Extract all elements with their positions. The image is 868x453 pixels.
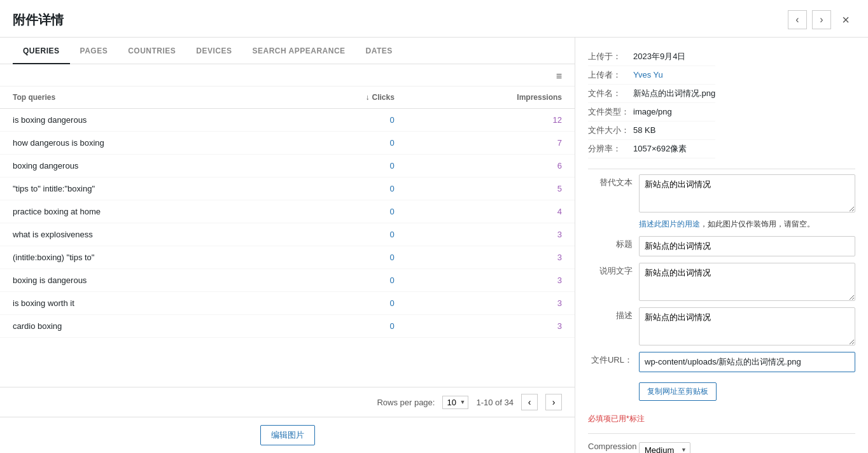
description-label: 描述 bbox=[588, 307, 639, 321]
edit-btn-row: 编辑图片 bbox=[0, 417, 575, 453]
table-row: cardio boxing 0 3 bbox=[0, 315, 575, 338]
query-cell: what is explosiveness bbox=[0, 223, 278, 246]
tab-dates[interactable]: DATES bbox=[356, 38, 403, 64]
page-info: 1-10 of 34 bbox=[476, 398, 514, 407]
resolution-label: 分辨率： bbox=[588, 140, 633, 158]
filename-label: 文件名： bbox=[588, 85, 633, 103]
table-row: boxing is dangerous 0 3 bbox=[0, 269, 575, 292]
query-cell: cardio boxing bbox=[0, 315, 278, 338]
compression-level-row: Compression Level Medium Low High bbox=[588, 439, 855, 453]
clicks-cell: 0 bbox=[278, 178, 407, 200]
table-row: is boxing worth it 0 3 bbox=[0, 292, 575, 315]
clicks-cell: 0 bbox=[278, 269, 407, 292]
title-label: 标题 bbox=[588, 236, 639, 250]
clicks-cell: 0 bbox=[278, 315, 407, 338]
next-nav-button[interactable]: › bbox=[812, 10, 831, 29]
uploader-link[interactable]: Yves Yu bbox=[633, 70, 663, 80]
column-header-clicks: ↓Clicks bbox=[278, 87, 407, 109]
meta-info: 上传于： 2023年9月4日 上传者： Yves Yu 文件名： 新站点的出词情… bbox=[588, 48, 855, 158]
tabs-bar: QUERIES PAGES COUNTRIES DEVICES SEARCH A… bbox=[0, 38, 575, 64]
compression-select[interactable]: Medium Low High bbox=[639, 442, 690, 454]
filetype-label: 文件类型： bbox=[588, 103, 633, 122]
alt-text-label: 替代文本 bbox=[588, 174, 639, 188]
query-cell: practice boxing at home bbox=[0, 200, 278, 223]
query-cell: how dangerous is boxing bbox=[0, 132, 278, 155]
impressions-cell: 7 bbox=[407, 132, 575, 155]
close-button[interactable]: × bbox=[836, 10, 855, 29]
impressions-cell: 3 bbox=[407, 292, 575, 315]
impressions-cell: 3 bbox=[407, 246, 575, 269]
upload-date-value: 2023年9月4日 bbox=[633, 48, 715, 66]
description-field-row: 描述 bbox=[588, 307, 855, 345]
url-field-row: 文件URL： bbox=[588, 352, 855, 372]
query-cell: (intitle:boxing) "tips to" bbox=[0, 246, 278, 269]
queries-table-container: Top queries ↓Clicks Impressions is boxin… bbox=[0, 87, 575, 387]
tab-pages[interactable]: PAGES bbox=[70, 38, 118, 64]
column-header-impressions: Impressions bbox=[407, 87, 575, 109]
clicks-cell: 0 bbox=[278, 109, 407, 132]
filesize-label: 文件大小： bbox=[588, 122, 633, 140]
impressions-cell: 3 bbox=[407, 223, 575, 246]
filter-icon[interactable]: ≡ bbox=[556, 71, 562, 82]
filetype-value: image/png bbox=[633, 103, 715, 122]
table-row: how dangerous is boxing 0 7 bbox=[0, 132, 575, 155]
alt-text-hint-link[interactable]: 描述此图片的用途 bbox=[639, 220, 700, 228]
left-panel: QUERIES PAGES COUNTRIES DEVICES SEARCH A… bbox=[0, 38, 575, 453]
page-title: 附件详情 bbox=[13, 11, 64, 29]
query-cell: is boxing worth it bbox=[0, 292, 278, 315]
query-cell: "tips to" intitle:"boxing" bbox=[0, 178, 278, 200]
query-cell: boxing is dangerous bbox=[0, 269, 278, 292]
clicks-cell: 0 bbox=[278, 200, 407, 223]
pagination-prev-button[interactable]: ‹ bbox=[521, 394, 538, 410]
url-label: 文件URL： bbox=[588, 352, 639, 366]
compression-select-wrap: Medium Low High bbox=[639, 442, 690, 454]
rows-per-page-select-wrap: 10 25 50 bbox=[442, 396, 468, 409]
right-panel: 上传于： 2023年9月4日 上传者： Yves Yu 文件名： 新站点的出词情… bbox=[575, 38, 868, 453]
alt-text-field-row: 替代文本 bbox=[588, 174, 855, 213]
tab-queries[interactable]: QUERIES bbox=[13, 38, 70, 64]
tab-search-appearance[interactable]: SEARCH APPEARANCE bbox=[242, 38, 356, 64]
pagination-next-button[interactable]: › bbox=[545, 394, 562, 410]
table-row: practice boxing at home 0 4 bbox=[0, 200, 575, 223]
title-input[interactable] bbox=[639, 236, 855, 256]
edit-image-button[interactable]: 编辑图片 bbox=[260, 425, 315, 445]
prev-nav-button[interactable]: ‹ bbox=[788, 10, 807, 29]
clicks-cell: 0 bbox=[278, 246, 407, 269]
url-input[interactable] bbox=[639, 352, 855, 372]
sort-icon: ↓ bbox=[365, 93, 369, 102]
impressions-cell: 12 bbox=[407, 109, 575, 132]
table-row: is boxing dangerous 0 12 bbox=[0, 109, 575, 132]
table-row: boxing dangerous 0 6 bbox=[0, 155, 575, 178]
clicks-cell: 0 bbox=[278, 292, 407, 315]
title-field-row: 标题 bbox=[588, 236, 855, 256]
impressions-cell: 4 bbox=[407, 200, 575, 223]
impressions-cell: 3 bbox=[407, 315, 575, 338]
impressions-cell: 3 bbox=[407, 269, 575, 292]
resolution-value: 1057×692像素 bbox=[633, 140, 715, 158]
caption-input[interactable] bbox=[639, 263, 855, 301]
filename-value: 新站点的出词情况.png bbox=[633, 85, 715, 103]
table-row: (intitle:boxing) "tips to" 0 3 bbox=[0, 246, 575, 269]
impressions-cell: 5 bbox=[407, 178, 575, 200]
tab-devices[interactable]: DEVICES bbox=[186, 38, 242, 64]
main-layout: QUERIES PAGES COUNTRIES DEVICES SEARCH A… bbox=[0, 38, 868, 453]
clicks-cell: 0 bbox=[278, 155, 407, 178]
title-bar-nav: ‹ › × bbox=[788, 10, 855, 29]
alt-text-input[interactable] bbox=[639, 174, 855, 213]
tab-countries[interactable]: COUNTRIES bbox=[118, 38, 186, 64]
query-cell: is boxing dangerous bbox=[0, 109, 278, 132]
rows-per-page-select[interactable]: 10 25 50 bbox=[442, 396, 468, 409]
caption-label: 说明文字 bbox=[588, 263, 639, 277]
clicks-cell: 0 bbox=[278, 132, 407, 155]
caption-field-row: 说明文字 bbox=[588, 263, 855, 301]
alt-text-hint: 描述此图片的用途，如此图片仅作装饰用，请留空。 bbox=[639, 219, 855, 230]
compression-label: Compression Level bbox=[588, 439, 639, 453]
upload-date-label: 上传于： bbox=[588, 48, 633, 66]
table-row: what is explosiveness 0 3 bbox=[0, 223, 575, 246]
uploader-label: 上传者： bbox=[588, 66, 633, 85]
pagination-row: Rows per page: 10 25 50 1-10 of 34 ‹ › bbox=[0, 387, 575, 417]
copy-url-button[interactable]: 复制网址至剪贴板 bbox=[639, 382, 717, 401]
impressions-cell: 6 bbox=[407, 155, 575, 178]
description-input[interactable] bbox=[639, 307, 855, 345]
filesize-value: 58 KB bbox=[633, 122, 715, 140]
